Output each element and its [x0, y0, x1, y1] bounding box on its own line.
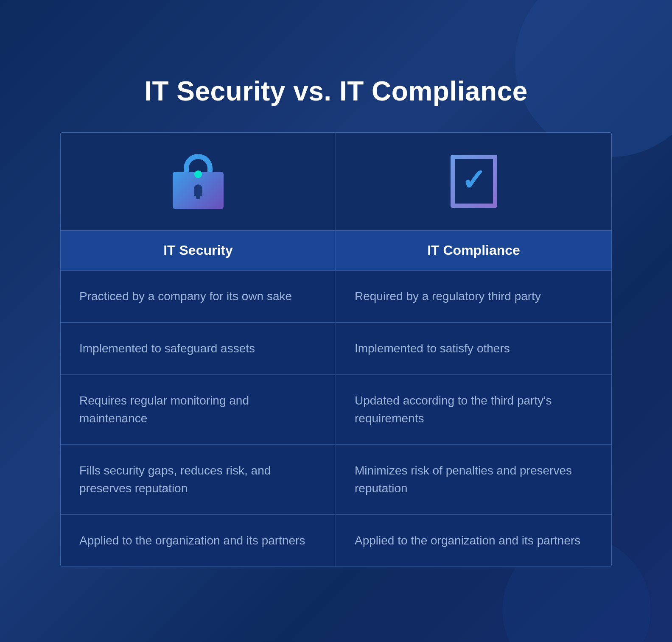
- header-row: IT Security IT Compliance: [61, 231, 611, 271]
- table-row: Implemented to safeguard assets Implemen…: [61, 323, 611, 375]
- compliance-cell-4: Minimizes risk of penalties and preserve…: [336, 445, 611, 514]
- lock-icon: [173, 154, 224, 209]
- compliance-cell-5: Applied to the organization and its part…: [336, 515, 611, 567]
- security-cell-4: Fills security gaps, reduces risk, and p…: [61, 445, 336, 514]
- comparison-table: ✓ IT Security IT Compliance Practiced by…: [60, 132, 612, 567]
- lock-keyhole: [194, 184, 202, 196]
- table-row: Applied to the organization and its part…: [61, 515, 611, 567]
- clipboard-border-inner: ✓: [451, 155, 497, 208]
- compliance-cell-1: Required by a regulatory third party: [336, 271, 611, 322]
- security-header: IT Security: [61, 231, 336, 270]
- lock-keyhole-circle: [194, 170, 202, 178]
- icons-row: ✓: [61, 133, 611, 231]
- table-row: Practiced by a company for its own sake …: [61, 271, 611, 323]
- compliance-cell-2: Implemented to satisfy others: [336, 323, 611, 374]
- clipboard-icon: ✓: [451, 155, 497, 208]
- security-cell-5: Applied to the organization and its part…: [61, 515, 336, 567]
- security-cell-1: Practiced by a company for its own sake: [61, 271, 336, 322]
- compliance-cell-3: Updated according to the third party's r…: [336, 375, 611, 444]
- compliance-header: IT Compliance: [336, 231, 611, 270]
- compliance-icon-cell: ✓: [336, 133, 611, 230]
- security-cell-2: Implemented to safeguard assets: [61, 323, 336, 374]
- page-title: IT Security vs. IT Compliance: [144, 75, 528, 107]
- table-row: Fills security gaps, reduces risk, and p…: [61, 445, 611, 515]
- lock-body: [173, 172, 224, 209]
- table-row: Requires regular monitoring and maintena…: [61, 375, 611, 445]
- security-cell-3: Requires regular monitoring and maintena…: [61, 375, 336, 444]
- checkmark-icon: ✓: [461, 165, 486, 195]
- security-icon-cell: [61, 133, 336, 230]
